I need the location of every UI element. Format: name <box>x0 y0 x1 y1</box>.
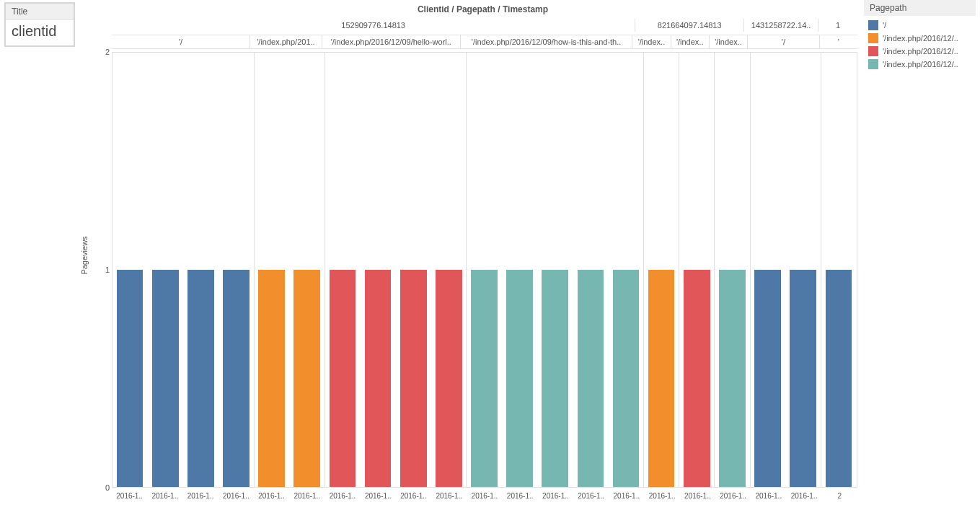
x-tick: 2016-1.. <box>112 492 147 500</box>
legend-item[interactable]: '/index.php/2016/12/.. <box>864 32 976 45</box>
hierarchy-cell[interactable]: '/index.. <box>671 35 710 48</box>
hierarchy-cell[interactable]: '/index.. <box>710 35 748 48</box>
hierarchy-cell[interactable]: '/index.. <box>632 35 671 48</box>
x-tick: 2 <box>822 492 857 500</box>
chart-plot-area[interactable] <box>112 52 857 488</box>
bar-slot <box>431 53 467 487</box>
bar[interactable] <box>684 270 710 487</box>
legend-label: '/ <box>883 21 886 30</box>
bar[interactable] <box>648 270 675 487</box>
title-card-label: Title <box>6 4 74 20</box>
hierarchy-cell[interactable]: '/ <box>748 35 820 48</box>
x-tick: 2016-1.. <box>751 492 786 500</box>
hierarchy-row-clientid: 152909776.14813821664097.148131431258722… <box>112 19 857 32</box>
hierarchy-cell[interactable]: ' <box>820 35 857 48</box>
legend-item[interactable]: '/index.php/2016/12/.. <box>864 45 976 58</box>
x-tick: 2016-1.. <box>715 492 751 500</box>
x-tick: 2016-1.. <box>680 492 715 500</box>
chart-title: Clientid / Pagepath / Timestamp <box>108 4 857 14</box>
legend-label: '/index.php/2016/12/.. <box>883 60 958 69</box>
bar[interactable] <box>117 270 144 487</box>
legend-label: '/index.php/2016/12/.. <box>883 47 958 56</box>
bar-slot <box>573 53 609 487</box>
legend-swatch <box>868 59 878 69</box>
x-tick: 2016-1.. <box>786 492 821 500</box>
bar[interactable] <box>258 270 285 487</box>
y-tick: 1 <box>105 265 110 274</box>
bar-slot <box>751 53 786 487</box>
legend-label: '/index.php/2016/12/.. <box>883 34 958 43</box>
hierarchy-cell[interactable]: 821664097.14813 <box>635 19 744 32</box>
bar[interactable] <box>293 270 320 487</box>
y-axis-label: Pageviews <box>80 236 89 274</box>
x-tick: 2016-1.. <box>289 492 325 500</box>
bar-slot <box>715 53 750 487</box>
bar[interactable] <box>754 270 781 487</box>
x-tick: 2016-1.. <box>361 492 396 500</box>
x-tick: 2016-1.. <box>573 492 609 500</box>
bar[interactable] <box>578 270 604 487</box>
bar-slot <box>183 53 218 487</box>
bar[interactable] <box>826 270 852 487</box>
hierarchy-cell[interactable]: 152909776.14813 <box>112 19 635 32</box>
bar[interactable] <box>223 270 250 487</box>
title-card: Title clientid <box>4 2 75 47</box>
legend-swatch <box>868 33 878 43</box>
bar-slot <box>325 53 361 487</box>
bar-slot <box>396 53 431 487</box>
x-tick: 2016-1.. <box>396 492 431 500</box>
hierarchy-cell[interactable]: '/index.php/201.. <box>250 35 322 48</box>
bar-slot <box>538 53 573 487</box>
legend-item[interactable]: '/index.php/2016/12/.. <box>864 58 976 71</box>
bar[interactable] <box>187 270 214 487</box>
x-tick: 2016-1.. <box>325 492 360 500</box>
x-tick: 2016-1.. <box>538 492 573 500</box>
bar[interactable] <box>719 270 746 487</box>
bar[interactable] <box>365 270 392 487</box>
bar-slot <box>361 53 396 487</box>
legend-swatch <box>868 46 878 56</box>
hierarchy-cell[interactable]: 1431258722.14.. <box>744 19 818 32</box>
hierarchy-cell[interactable]: '/ <box>112 35 250 48</box>
bar-slot <box>148 53 183 487</box>
x-tick: 2016-1.. <box>182 492 218 500</box>
bar-slot <box>112 53 148 487</box>
x-tick: 2016-1.. <box>218 492 254 500</box>
bar[interactable] <box>613 270 640 487</box>
hierarchy-cell[interactable]: '/index.php/2016/12/09/hello-worl.. <box>322 35 461 48</box>
legend: Pagepath '/'/index.php/2016/12/..'/index… <box>864 0 976 71</box>
legend-swatch <box>868 20 878 30</box>
bar[interactable] <box>330 270 356 487</box>
x-tick: 2016-1.. <box>503 492 538 500</box>
x-tick: 2016-1.. <box>431 492 467 500</box>
bar-slot <box>786 53 821 487</box>
bar[interactable] <box>152 270 179 487</box>
hierarchy-cell[interactable]: '/index.php/2016/12/09/how-is-this-and-t… <box>461 35 632 48</box>
bar[interactable] <box>542 270 568 487</box>
x-tick: 2016-1.. <box>645 492 680 500</box>
y-tick: 2 <box>105 48 110 56</box>
x-tick: 2016-1.. <box>467 492 502 500</box>
x-axis-ticks: 2016-1..2016-1..2016-1..2016-1..2016-1..… <box>112 492 857 500</box>
bar-slot <box>679 53 715 487</box>
bar-slot <box>644 53 679 487</box>
bar-slot <box>255 53 290 487</box>
hierarchy-cell[interactable]: 1 <box>818 19 857 32</box>
legend-item[interactable]: '/ <box>864 19 976 32</box>
title-card-value[interactable]: clientid <box>6 20 74 45</box>
bar[interactable] <box>506 270 533 487</box>
bar[interactable] <box>471 270 498 487</box>
x-tick: 2016-1.. <box>254 492 289 500</box>
x-tick: 2016-1.. <box>147 492 182 500</box>
bar-slot <box>821 53 857 487</box>
x-tick: 2016-1.. <box>609 492 644 500</box>
bar[interactable] <box>400 270 427 487</box>
hierarchy-row-pagepath: '/'/index.php/201..'/index.php/2016/12/0… <box>112 35 857 49</box>
bar[interactable] <box>436 270 462 487</box>
bar-slot <box>290 53 325 487</box>
bar-slot <box>218 53 254 487</box>
bar-slot <box>467 53 502 487</box>
y-tick: 0 <box>105 483 110 492</box>
legend-title: Pagepath <box>864 0 976 16</box>
bar[interactable] <box>790 270 816 487</box>
